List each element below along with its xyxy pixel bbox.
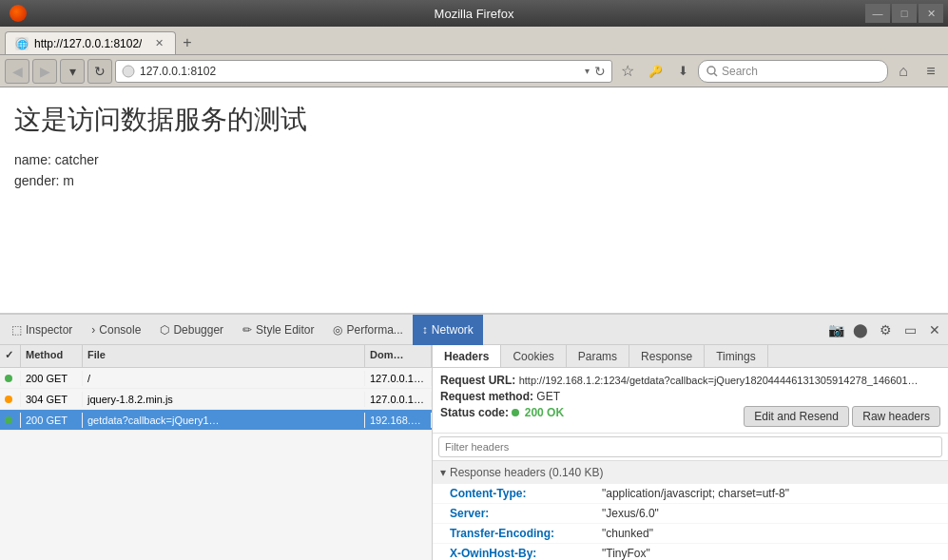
name-label: name: catcher: [14, 149, 934, 170]
row-status-method: 200 GET: [21, 371, 83, 386]
tab-close-button[interactable]: ✕: [152, 37, 165, 50]
col-header-method: Method: [21, 345, 83, 367]
tab-network[interactable]: ↕ Network: [413, 315, 483, 345]
url-dropdown-icon[interactable]: ▾: [585, 66, 590, 76]
debugger-icon: ⬡: [160, 323, 169, 337]
request-method-label: Request method:: [440, 390, 533, 403]
minimize-button[interactable]: —: [865, 4, 890, 23]
row-file: getdata?callback=jQuery1…: [83, 413, 365, 428]
window-title: Mozilla Firefox: [435, 7, 514, 21]
performance-icon: ◎: [333, 323, 342, 337]
status-code-dot: [512, 409, 519, 416]
bookmark-button[interactable]: ☆: [615, 59, 640, 84]
chevron-down-icon: ▾: [440, 466, 446, 479]
devtools-actions: 📷 ⬤ ⚙ ▭ ✕: [824, 319, 946, 341]
search-placeholder: Search: [722, 65, 758, 78]
search-bar[interactable]: Search: [698, 60, 888, 83]
status-code-line: Status code: 200 OK Edit and Resend Raw …: [440, 406, 940, 419]
filter-input[interactable]: [438, 436, 942, 457]
history-button[interactable]: ▾: [60, 59, 85, 84]
firefox-logo: [10, 5, 27, 22]
row-file: jquery-1.8.2.min.js: [83, 392, 365, 407]
tab-cookies[interactable]: Cookies: [501, 345, 566, 367]
col-header-check: ✓: [0, 345, 21, 367]
new-tab-button[interactable]: +: [176, 31, 199, 54]
table-row[interactable]: 200 GET / 127.0.0.1:8102: [0, 368, 432, 389]
console-icon: ›: [91, 323, 95, 337]
response-headers-title[interactable]: ▾ Response headers (0.140 KB): [433, 461, 948, 484]
edit-resend-button[interactable]: Edit and Resend: [744, 406, 849, 427]
header-value: "chunked": [602, 527, 940, 540]
svg-point-3: [707, 67, 715, 74]
tab-performance[interactable]: ◎ Performa...: [323, 315, 412, 345]
tab-debugger[interactable]: ⬡ Debugger: [150, 315, 233, 345]
inspector-icon: ⬚: [11, 323, 22, 337]
tab-headers[interactable]: Headers: [433, 345, 501, 367]
row-status-method: 200 GET: [21, 413, 83, 428]
navbar: ◀ ▶ ▾ ↻ 127.0.0.1:8102 ▾ ↻ ☆ 🔑 ⬇ Search …: [0, 55, 948, 87]
page-data: name: catcher gender: m: [14, 149, 934, 192]
row-domain: 127.0.0.1:8102: [365, 392, 432, 407]
tab-response[interactable]: Response: [629, 345, 705, 367]
back-button[interactable]: ◀: [5, 59, 29, 84]
url-reload-icon[interactable]: ↻: [594, 64, 606, 79]
tab-favicon: 🌐: [15, 37, 29, 50]
header-content-type: Content-Type: "application/javascript; c…: [433, 484, 948, 504]
devtools-close-btn[interactable]: ✕: [923, 319, 946, 341]
devtools-dock-btn[interactable]: ▭: [899, 319, 921, 341]
devtools-record-btn[interactable]: ⬤: [849, 319, 872, 341]
browser-tab[interactable]: 🌐 http://127.0.0.1:8102/ ✕: [5, 31, 176, 54]
header-value: "TinyFox": [602, 547, 940, 560]
url-favicon: [122, 65, 135, 78]
tab-timings[interactable]: Timings: [705, 345, 768, 367]
headers-panel: Headers Cookies Params Response Timings …: [433, 345, 948, 560]
status-dot-green: [5, 416, 12, 424]
table-row[interactable]: 200 GET getdata?callback=jQuery1… 192.16…: [0, 410, 432, 431]
url-text: 127.0.0.1:8102: [140, 65, 580, 78]
table-row[interactable]: 304 GET jquery-1.8.2.min.js 127.0.0.1:81…: [0, 389, 432, 410]
request-method-line: Request method: GET: [440, 390, 940, 403]
url-bar[interactable]: 127.0.0.1:8102 ▾ ↻: [115, 60, 612, 83]
status-code-label: Status code:: [440, 406, 509, 419]
header-value: "application/javascript; charset=utf-8": [602, 487, 940, 500]
reload-button[interactable]: ↻: [87, 59, 112, 84]
col-header-file: File: [83, 345, 365, 367]
window-controls: — □ ✕: [865, 4, 943, 23]
requests-rows: 200 GET / 127.0.0.1:8102 304 GET jquery-…: [0, 368, 432, 560]
tab-params[interactable]: Params: [567, 345, 629, 367]
status-dot-orange: [5, 396, 12, 403]
download-button[interactable]: ⬇: [670, 59, 695, 84]
svg-text:🌐: 🌐: [17, 39, 29, 50]
devtools-settings-btn[interactable]: ⚙: [874, 319, 897, 341]
menu-button[interactable]: ≡: [919, 59, 943, 84]
header-transfer-encoding: Transfer-Encoding: "chunked": [433, 524, 948, 544]
tab-style-editor[interactable]: ✏ Style Editor: [233, 315, 323, 345]
identity-button[interactable]: 🔑: [643, 59, 667, 84]
raw-headers-button[interactable]: Raw headers: [852, 406, 940, 427]
style-editor-icon: ✏: [242, 323, 252, 337]
header-name: Content-Type:: [450, 487, 602, 500]
requests-list: ✓ Method File Dom… 200 GET / 127.0.0.1:8…: [0, 345, 433, 560]
home-button[interactable]: ⌂: [891, 59, 916, 84]
svg-line-4: [714, 73, 717, 76]
devtools-screenshot-btn[interactable]: 📷: [824, 319, 847, 341]
requests-header: ✓ Method File Dom…: [0, 345, 432, 368]
response-headers-label: Response headers (0.140 KB): [450, 466, 603, 479]
tab-console[interactable]: › Console: [82, 315, 150, 345]
row-domain: 127.0.0.1:8102: [365, 371, 432, 386]
row-check: [0, 413, 21, 428]
col-header-domain: Dom…: [365, 345, 432, 367]
close-button[interactable]: ✕: [919, 4, 943, 23]
headers-tabs: Headers Cookies Params Response Timings: [433, 345, 948, 368]
header-name: Server:: [450, 507, 602, 520]
request-url-value: http://192.168.1.2:1234/getdata?callback…: [519, 375, 919, 386]
tab-label: http://127.0.0.1:8102/: [34, 37, 142, 50]
forward-button[interactable]: ▶: [32, 59, 57, 84]
devtools: ⬚ Inspector › Console ⬡ Debugger ✏ Style…: [0, 313, 948, 560]
tab-inspector[interactable]: ⬚ Inspector: [2, 315, 82, 345]
row-check: [0, 371, 21, 386]
maximize-button[interactable]: □: [892, 4, 917, 23]
response-headers-section: ▾ Response headers (0.140 KB) Content-Ty…: [433, 461, 948, 560]
header-name: X-OwinHost-By:: [450, 547, 602, 560]
headers-content: ▾ Response headers (0.140 KB) Content-Ty…: [433, 461, 948, 560]
